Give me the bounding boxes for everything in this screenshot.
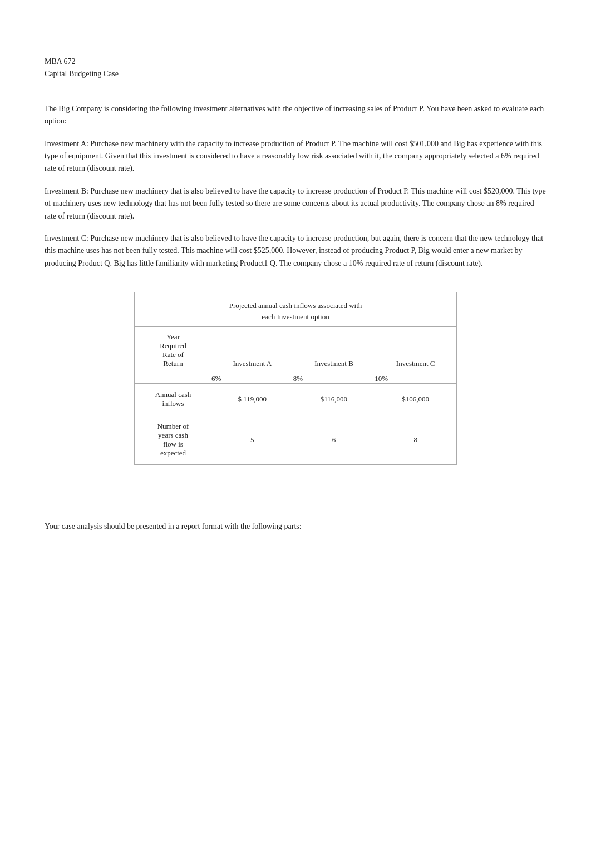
header-inv-c: Investment C (375, 327, 456, 374)
footer-text: Your case analysis should be presented i… (45, 520, 546, 533)
bottom-section: Your case analysis should be presented i… (45, 509, 546, 533)
intro-para-0: The Big Company is considering the follo… (45, 103, 546, 128)
row-b-1: 6 (293, 415, 375, 465)
title-section: MBA 672 Capital Budgeting Case (45, 56, 546, 81)
table-caption: Projected annual cash inflows associated… (135, 292, 456, 327)
investment-table: YearRequiredRate ofReturn Investment A I… (135, 327, 456, 464)
header-year-col: YearRequiredRate ofReturn (135, 327, 211, 374)
table-wrapper: Projected annual cash inflows associated… (134, 292, 457, 465)
row-label-1: Number ofyears cashflow isexpected (135, 415, 211, 465)
row-c-0: $106,000 (375, 384, 456, 415)
row-b-0: $116,000 (293, 384, 375, 415)
row-a-0: $ 119,000 (211, 384, 293, 415)
table-row: Annual cashinflows $ 119,000 $116,000 $1… (135, 384, 456, 415)
rate-c: 10% (375, 374, 456, 384)
caption-line2: each Investment option (262, 313, 329, 321)
course-title: MBA 672 (45, 56, 546, 68)
page: MBA 672 Capital Budgeting Case The Big C… (0, 0, 591, 577)
intro-para-c: Investment C: Purchase new machinery tha… (45, 232, 546, 270)
case-title: Capital Budgeting Case (45, 68, 546, 80)
table-row: Number ofyears cashflow isexpected 5 6 8 (135, 415, 456, 465)
table-section: Projected annual cash inflows associated… (134, 292, 457, 465)
header-inv-b: Investment B (293, 327, 375, 374)
table-header-row: YearRequiredRate ofReturn Investment A I… (135, 327, 456, 374)
row-c-1: 8 (375, 415, 456, 465)
rate-b: 8% (293, 374, 375, 384)
rate-label (135, 374, 211, 384)
intro-para-b: Investment B: Purchase new machinery tha… (45, 185, 546, 222)
row-a-1: 5 (211, 415, 293, 465)
row-label-0: Annual cashinflows (135, 384, 211, 415)
table-rate-row: 6% 8% 10% (135, 374, 456, 384)
header-inv-a: Investment A (211, 327, 293, 374)
caption-line1: Projected annual cash inflows associated… (229, 301, 362, 310)
rate-a: 6% (211, 374, 293, 384)
intro-para-a: Investment A: Purchase new machinery wit… (45, 138, 546, 175)
